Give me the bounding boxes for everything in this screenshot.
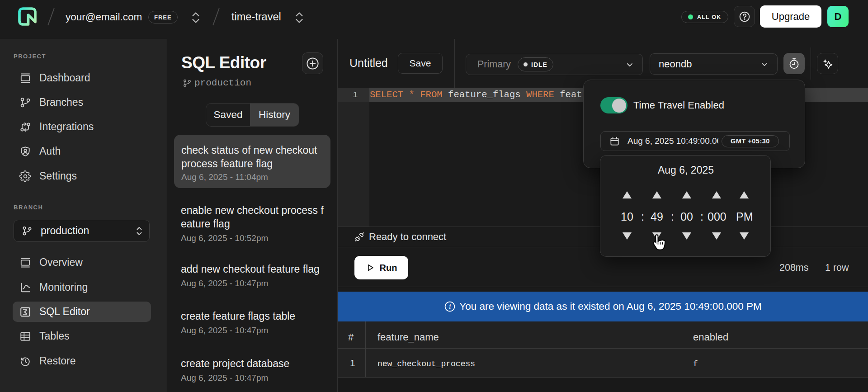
svg-text:i: i xyxy=(449,302,451,311)
